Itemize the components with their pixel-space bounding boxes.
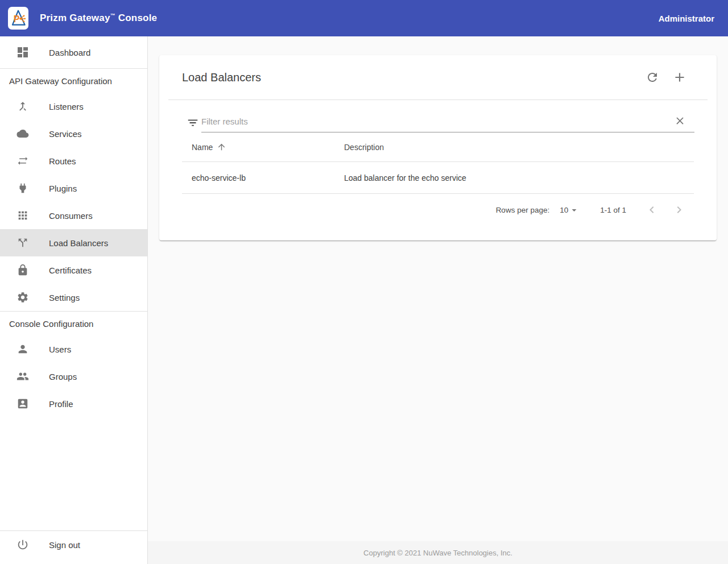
- swap-arrows-icon: [16, 154, 30, 168]
- call-split-icon: [16, 236, 30, 250]
- sidebar-item-label: Listeners: [49, 102, 84, 111]
- current-user-label: Administrator: [659, 14, 714, 23]
- filter-input[interactable]: [201, 115, 674, 126]
- sort-ascending-icon: [217, 142, 226, 152]
- app-title-suffix: Console: [118, 13, 157, 23]
- power-icon: [16, 538, 30, 551]
- sidebar-nav: Dashboard API Gateway Configuration List…: [0, 36, 148, 564]
- sidebar-item-label: Routes: [49, 156, 76, 166]
- main-content: Load Balancers Name: [148, 36, 728, 564]
- app-title-main: Prizm Gateway: [40, 13, 110, 23]
- copyright-text: Copyright © 2021 NuWave Technologies, In…: [363, 549, 512, 557]
- sidebar-footer: Sign out: [0, 530, 147, 564]
- filter-icon: [187, 117, 199, 131]
- column-header-description[interactable]: Description: [344, 143, 694, 152]
- table-header-row: Name Description: [182, 132, 694, 162]
- dashboard-icon: [16, 45, 30, 59]
- person-icon: [16, 342, 30, 356]
- sidebar-item-consumers[interactable]: Consumers: [0, 202, 147, 229]
- card-header: Load Balancers: [159, 55, 717, 99]
- rows-per-page-value: 10: [560, 206, 568, 214]
- gear-icon: [16, 291, 30, 304]
- sidebar-item-label: Profile: [49, 399, 73, 409]
- power-plug-icon: [16, 181, 30, 195]
- sidebar-item-label: Users: [49, 345, 71, 354]
- sidebar-item-users[interactable]: Users: [0, 335, 147, 363]
- previous-page-button[interactable]: [640, 198, 663, 221]
- people-icon: [16, 370, 30, 383]
- sidebar-item-dashboard[interactable]: Dashboard: [0, 36, 147, 68]
- card-header-divider: [168, 99, 708, 100]
- app-title: Prizm Gateway™Console: [40, 13, 157, 24]
- refresh-button[interactable]: [641, 66, 664, 89]
- sidebar-item-settings[interactable]: Settings: [0, 284, 147, 311]
- account-box-icon: [16, 397, 30, 410]
- refresh-icon: [646, 70, 659, 84]
- copyright-footer: Copyright © 2021 NuWave Technologies, In…: [148, 541, 728, 564]
- app-header: P Prizm Gateway™Console Administrator: [0, 0, 728, 36]
- rows-per-page-label: Rows per page:: [496, 206, 550, 214]
- load-balancers-card: Load Balancers Name: [159, 55, 717, 240]
- sign-out-button[interactable]: Sign out: [0, 531, 147, 558]
- column-header-name-label: Name: [192, 143, 213, 152]
- next-page-button[interactable]: [668, 198, 690, 221]
- sidebar-item-routes[interactable]: Routes: [0, 147, 147, 175]
- sidebar-item-label: Services: [49, 129, 82, 139]
- sidebar-item-services[interactable]: Services: [0, 120, 147, 147]
- merge-type-icon: [16, 99, 30, 113]
- cloud-icon: [16, 127, 30, 140]
- lock-icon: [16, 263, 30, 277]
- sidebar-item-label: Groups: [49, 372, 77, 381]
- svg-text:P: P: [14, 15, 20, 24]
- sidebar-item-load-balancers[interactable]: Load Balancers: [0, 229, 147, 256]
- sidebar-item-groups[interactable]: Groups: [0, 363, 147, 390]
- chevron-down-icon: [569, 205, 580, 215]
- sidebar-item-listeners[interactable]: Listeners: [0, 93, 147, 120]
- load-balancers-table: Name Description echo-service-lb Load ba…: [182, 132, 694, 194]
- trademark-symbol: ™: [110, 13, 115, 18]
- filter-bar: [187, 115, 694, 132]
- cell-description: Load balancer for the echo service: [344, 173, 694, 183]
- chevron-right-icon: [672, 203, 686, 217]
- sidebar-section-api-gateway: API Gateway Configuration: [0, 69, 147, 93]
- paginator: Rows per page: 10 1-1 of 1: [159, 194, 717, 226]
- sidebar-item-label: Plugins: [49, 184, 77, 193]
- sidebar-item-label: Settings: [49, 293, 80, 302]
- clear-filter-button[interactable]: [674, 115, 686, 127]
- sidebar-section-console-config: Console Configuration: [0, 312, 147, 335]
- plus-icon: [672, 70, 687, 85]
- sidebar-item-label: Load Balancers: [49, 238, 108, 248]
- table-row[interactable]: echo-service-lb Load balancer for the ec…: [182, 162, 694, 194]
- close-icon: [674, 115, 686, 127]
- sidebar-item-plugins[interactable]: Plugins: [0, 175, 147, 202]
- apps-grid-icon: [16, 209, 30, 222]
- sidebar-item-profile[interactable]: Profile: [0, 390, 147, 417]
- add-load-balancer-button[interactable]: [668, 66, 691, 89]
- sidebar-item-certificates[interactable]: Certificates: [0, 256, 147, 284]
- prizm-logo-icon: P: [10, 9, 27, 28]
- page-title: Load Balancers: [182, 71, 641, 84]
- filter-field: [201, 115, 694, 132]
- chevron-left-icon: [645, 203, 659, 217]
- cell-name: echo-service-lb: [182, 173, 344, 183]
- sidebar-item-label: Dashboard: [49, 48, 90, 57]
- sidebar-item-label: Certificates: [49, 266, 92, 275]
- prizm-logo: P: [8, 7, 28, 30]
- sign-out-label: Sign out: [49, 540, 80, 550]
- rows-per-page-select[interactable]: 10: [560, 205, 580, 215]
- sidebar-item-label: Consumers: [49, 211, 93, 221]
- column-header-name[interactable]: Name: [182, 142, 344, 152]
- paginator-range-label: 1-1 of 1: [600, 206, 626, 214]
